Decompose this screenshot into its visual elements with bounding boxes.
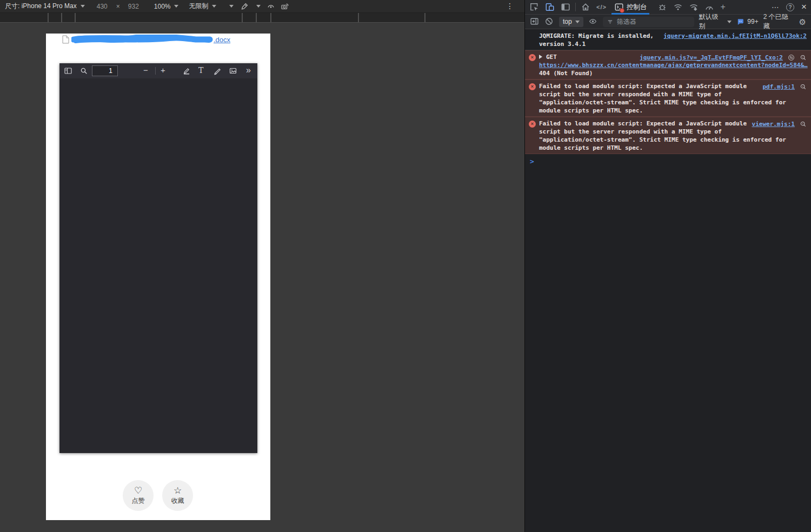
search-icon[interactable]	[79, 66, 88, 75]
error-text: Failed to load module script: Expected a…	[539, 83, 786, 114]
console-tab-label: 控制台	[627, 3, 647, 12]
console-settings-gear-icon[interactable]: ⚙	[799, 18, 806, 26]
page-number-input[interactable]: 1	[92, 65, 118, 76]
network-request-icon[interactable]	[788, 54, 795, 61]
console-error-row[interactable]: × viewer.mjs:1 Failed to load module scr…	[525, 117, 811, 154]
dock-side-icon[interactable]	[561, 2, 570, 12]
more-options-icon[interactable]: ⋮	[506, 2, 514, 10]
image-tool-icon[interactable]	[229, 66, 237, 75]
chevron-down-icon	[575, 21, 580, 23]
docx-link[interactable]: .docx	[214, 36, 230, 44]
text-tool-icon[interactable]: T	[198, 66, 203, 75]
filter-placeholder: 筛选器	[617, 17, 636, 26]
console-error-row[interactable]: × pdf.mjs:1 Failed to load module script…	[525, 79, 811, 117]
levels-label: 默认级别	[699, 12, 724, 31]
media-query-divider	[242, 13, 243, 22]
request-method: GET	[546, 54, 557, 61]
code-panel-icon[interactable]: </>	[596, 4, 607, 10]
bug-icon[interactable]	[657, 2, 667, 12]
zoom-out-button[interactable]: −	[143, 66, 148, 75]
add-tab-icon[interactable]: +	[720, 3, 725, 11]
zoom-selector[interactable]: 100%	[154, 3, 171, 10]
log-levels-selector[interactable]: 默认级别	[699, 12, 732, 31]
screenshot-icon[interactable]	[281, 2, 289, 11]
throttling-selector[interactable]: 无限制	[189, 2, 209, 11]
highlighter-icon[interactable]	[182, 66, 191, 75]
error-icon: ×	[529, 54, 536, 61]
performance-icon[interactable]	[704, 2, 714, 12]
viewport-height-field[interactable]: 932	[128, 3, 139, 10]
media-query-divider	[358, 13, 359, 22]
error-text: Failed to load module script: Expected a…	[539, 120, 786, 151]
more-tools-button[interactable]: »	[246, 66, 251, 75]
media-query-divider	[75, 13, 76, 22]
pen-icon[interactable]	[213, 66, 222, 75]
console-prompt[interactable]: >	[525, 154, 811, 169]
device-toolbar: 尺寸: iPhone 14 Pro Max 430 × 932 100% 无限制…	[0, 0, 524, 13]
console-log-row[interactable]: jquery-migrate.min.j…fEIjtM-n1Q6lL73ok:2…	[525, 30, 811, 50]
heart-icon: ♡	[134, 486, 142, 496]
chevron-down-icon	[727, 21, 732, 23]
pdf-canvas[interactable]	[59, 78, 257, 453]
media-query-divider	[61, 13, 62, 22]
inspect-element-icon[interactable]	[529, 2, 539, 12]
clear-console-icon[interactable]	[544, 17, 554, 26]
media-query-divider	[424, 13, 426, 22]
source-link[interactable]: pdf.mjs:1	[762, 83, 795, 91]
live-expression-eye-icon[interactable]	[588, 17, 598, 26]
error-icon: ×	[529, 121, 536, 128]
favorite-label: 收藏	[171, 496, 184, 506]
media-query-divider	[270, 13, 271, 22]
hidden-messages-label[interactable]: 2 个已隐藏	[763, 12, 794, 31]
media-query-bar[interactable]	[0, 13, 524, 23]
pdf-toolbar: 1 − + T	[59, 63, 257, 78]
source-link[interactable]: jquery-migrate.min.j…fEIjtM-n1Q6lL73ok:2	[663, 32, 807, 40]
network-conditions-icon[interactable]	[689, 2, 699, 12]
issues-count: 99+	[747, 18, 758, 25]
help-icon[interactable]: ?	[786, 3, 794, 11]
media-query-divider	[256, 13, 257, 22]
chevron-down-icon[interactable]	[256, 5, 261, 8]
expand-triangle-icon[interactable]	[539, 55, 542, 59]
chevron-down-icon[interactable]	[81, 5, 85, 8]
wifi-icon[interactable]	[673, 2, 683, 12]
request-url-link[interactable]: https://www.bhszzx.cn/contentmanage/ajax…	[539, 61, 807, 69]
search-similar-icon[interactable]	[800, 83, 807, 90]
sidebar-toggle-icon[interactable]	[64, 66, 72, 75]
console-filter-input[interactable]: 筛选器	[603, 17, 694, 27]
chevron-down-icon[interactable]	[212, 5, 216, 8]
emulated-viewport: .docx 1 − +	[46, 34, 270, 520]
execution-context-selector[interactable]: top	[559, 17, 583, 27]
eyedropper-icon[interactable]	[240, 2, 249, 11]
issues-counter[interactable]: 99+	[736, 18, 758, 26]
search-similar-icon[interactable]	[800, 54, 807, 61]
eye-icon[interactable]	[267, 2, 275, 11]
chevron-down-icon[interactable]	[174, 5, 178, 8]
media-query-divider	[48, 13, 49, 22]
like-button[interactable]: ♡ 点赞	[123, 480, 154, 511]
close-devtools-icon[interactable]: ×	[801, 3, 807, 11]
favorite-button[interactable]: ☆ 收藏	[162, 480, 193, 511]
device-type-selector[interactable]: 尺寸: iPhone 14 Pro Max	[5, 2, 77, 11]
console-sidebar-icon[interactable]	[530, 17, 540, 26]
star-icon: ☆	[174, 486, 182, 496]
like-label: 点赞	[132, 496, 145, 506]
toolbar-divider	[575, 3, 576, 11]
device-toolbar-toggle-icon[interactable]	[545, 2, 555, 12]
source-link[interactable]: jquery.min.js?v=_JqT…EvtFFmqPF_lYI_Cxo:2	[640, 54, 783, 62]
redaction-scribble	[71, 35, 213, 44]
tab-console[interactable]: 控制台	[611, 0, 650, 15]
source-link[interactable]: viewer.mjs:1	[752, 120, 795, 128]
home-icon[interactable]	[581, 2, 590, 12]
devtools-panel: </> 控制台	[524, 0, 811, 532]
document-link-row[interactable]: .docx	[62, 34, 230, 45]
viewport-width-field[interactable]: 430	[97, 3, 108, 10]
search-similar-icon[interactable]	[800, 121, 807, 128]
more-devtools-options-icon[interactable]: ⋯	[772, 3, 779, 11]
console-error-row[interactable]: × jquery.min.js?v=_JqT…EvtFFmqPF_lYI_Cxo…	[525, 50, 811, 79]
dpr-selector-icon[interactable]	[229, 5, 234, 8]
prompt-chevron-icon: >	[530, 157, 534, 165]
multiply-sign: ×	[116, 3, 120, 10]
zoom-in-button[interactable]: +	[161, 66, 165, 75]
error-icon: ×	[529, 83, 536, 90]
